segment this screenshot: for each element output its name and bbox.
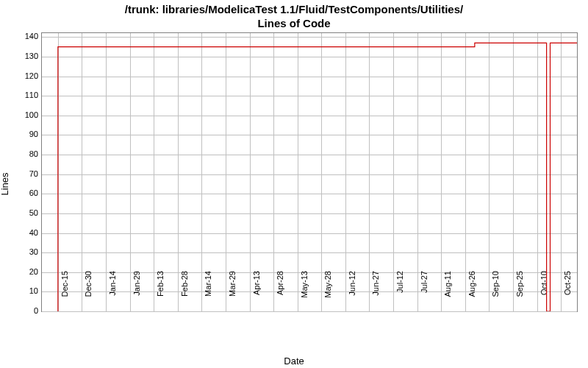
title-line-2: Lines of Code: [257, 17, 330, 29]
y-tick-label: 100: [5, 110, 38, 119]
y-tick-label: 60: [5, 188, 38, 197]
title-line-1: /trunk: libraries/ModelicaTest 1.1/Fluid…: [125, 3, 463, 15]
plot-area: [41, 32, 578, 312]
y-tick-label: 90: [5, 130, 38, 138]
y-tick-label: 30: [5, 247, 38, 256]
data-series-line: [42, 33, 577, 311]
y-tick-label: 10: [5, 286, 38, 295]
y-tick-label: 130: [5, 52, 38, 60]
chart-title: /trunk: libraries/ModelicaTest 1.1/Fluid…: [0, 3, 588, 31]
y-tick-label: 140: [5, 32, 38, 40]
y-tick-label: 70: [5, 169, 38, 178]
y-tick-label: 50: [5, 208, 38, 217]
y-tick-label: 80: [5, 149, 38, 158]
y-tick-label: 40: [5, 228, 38, 237]
y-tick-label: 20: [5, 267, 38, 276]
y-tick-label: 120: [5, 71, 38, 80]
x-axis-label: Date: [0, 355, 588, 367]
chart-container: /trunk: libraries/ModelicaTest 1.1/Fluid…: [0, 0, 588, 368]
y-tick-label: 0: [5, 306, 38, 315]
y-tick-label: 110: [5, 91, 38, 99]
